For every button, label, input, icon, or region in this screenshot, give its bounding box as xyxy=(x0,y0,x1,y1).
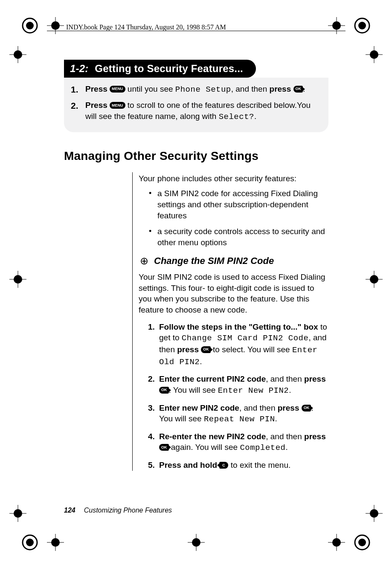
intro-paragraph: Your phone includes other security featu… xyxy=(139,173,328,184)
item-body: Follow the steps in the "Getting to..." … xyxy=(159,322,328,368)
list-item: 3. Enter new PIN2 code, and then press O… xyxy=(148,403,328,425)
item-body: Re-enter the new PIN2 code, and then pre… xyxy=(159,431,328,454)
item-number: 2. xyxy=(148,374,159,396)
item-number: 1. xyxy=(148,322,159,368)
ok-key-icon: OK xyxy=(293,86,303,93)
bold-text: Follow the steps in the "Getting to..." … xyxy=(159,322,318,331)
svg-point-27 xyxy=(370,509,378,518)
feature-bullets: a SIM PIN2 code for accessing Fixed Dial… xyxy=(147,188,328,248)
page: INDY.book Page 124 Thursday, August 20, … xyxy=(0,0,392,568)
reg-mark-top-left-outer xyxy=(21,17,38,34)
press-bold: press xyxy=(177,345,199,354)
menu-key-icon: MENU xyxy=(110,102,125,109)
ok-key-icon: OK xyxy=(201,346,211,353)
menu-key-icon: MENU xyxy=(110,86,125,93)
list-item: 2. Enter the current PIN2 code, and then… xyxy=(148,374,328,396)
bold-text: Enter the current PIN2 code xyxy=(159,374,266,383)
step-body: Press MENU until you see Phone Setup, an… xyxy=(85,84,320,96)
svg-point-1 xyxy=(26,22,34,29)
subheading-change-pin2: ⊕ Change the SIM PIN2 Code xyxy=(139,255,328,267)
step-2: 2. Press MENU to scroll to one of the fe… xyxy=(71,100,320,122)
text: . xyxy=(286,443,288,452)
lcd-text: Completed xyxy=(240,443,285,452)
text: to select. You will see xyxy=(211,345,292,354)
reg-mark-bottom-center xyxy=(188,534,205,551)
step-1: 1. Press MENU until you see Phone Setup,… xyxy=(71,84,320,96)
press-bold: press xyxy=(304,432,326,441)
bullet-item: a SIM PIN2 code for accessing Fixed Dial… xyxy=(147,188,328,221)
list-item: 5. Press and hold C to exit the menu. xyxy=(148,460,328,471)
text: , and then xyxy=(239,403,278,412)
text: again. You will see xyxy=(169,443,240,452)
lcd-text: Phone Setup xyxy=(175,85,231,94)
reg-mark-bottom-left-inner xyxy=(47,534,64,551)
c-key-icon: C xyxy=(219,462,228,469)
subheading-text: Change the SIM PIN2 Code xyxy=(154,255,274,267)
press-bold: Press xyxy=(85,84,107,93)
bold-text: Re-enter the new PIN2 code xyxy=(159,432,266,441)
svg-point-40 xyxy=(332,538,341,547)
reg-mark-bottom-right-inner xyxy=(328,534,345,551)
ok-key-icon: OK xyxy=(159,387,169,394)
press-bold: press xyxy=(304,374,326,383)
text: , and then xyxy=(266,374,304,383)
step-number: 2. xyxy=(71,100,85,122)
item-body: Enter new PIN2 code, and then press OK. … xyxy=(159,403,328,425)
lcd-text: Repeat New PIN xyxy=(204,414,275,424)
text: to exit the menu. xyxy=(228,461,290,469)
reg-mark-top-right-outer xyxy=(354,17,371,34)
svg-point-37 xyxy=(358,539,366,546)
ok-key-icon: OK xyxy=(159,444,169,451)
press-bold: Press xyxy=(85,101,107,110)
ok-key-icon: OK xyxy=(302,405,311,412)
text: , and then xyxy=(231,84,270,93)
numbered-steps: 1. Follow the steps in the "Getting to..… xyxy=(148,322,328,471)
svg-point-12 xyxy=(14,50,22,59)
footer-title: Customizing Phone Features xyxy=(84,507,172,514)
reg-mark-top-left-inner xyxy=(47,17,64,34)
getting-to-box: 1. Press MENU until you see Phone Setup,… xyxy=(64,78,328,132)
lcd-text: Select? xyxy=(219,112,254,122)
svg-point-9 xyxy=(332,21,341,30)
step-number: 1. xyxy=(71,84,85,96)
bold-text: Press and hold xyxy=(159,461,217,469)
svg-point-18 xyxy=(14,275,22,284)
reg-mark-right-upper xyxy=(366,46,383,63)
list-item: 1. Follow the steps in the "Getting to..… xyxy=(148,322,328,368)
reg-mark-top-right-inner xyxy=(328,17,345,34)
header-note: INDY.book Page 124 Thursday, August 20, … xyxy=(66,23,226,31)
item-body: Enter the current PIN2 code, and then pr… xyxy=(159,374,328,396)
page-number: 124 xyxy=(64,507,75,514)
page-footer: 124 Customizing Phone Features xyxy=(64,507,172,514)
lcd-text: Change SIM Card PIN2 Code xyxy=(182,333,309,343)
text: . xyxy=(275,414,277,423)
reg-mark-left-upper xyxy=(9,46,26,63)
svg-point-21 xyxy=(370,275,378,284)
text: . You will see xyxy=(169,385,218,394)
list-item: 4. Re-enter the new PIN2 code, and then … xyxy=(148,431,328,454)
press-bold: press xyxy=(278,403,299,412)
lcd-text: Enter New PIN2 xyxy=(218,386,289,395)
content-area: 1-2: Getting to Security Features... 1. … xyxy=(64,60,328,477)
svg-point-15 xyxy=(370,50,378,59)
press-bold: press xyxy=(270,84,291,93)
section-title: Getting to Security Features... xyxy=(95,63,243,74)
indented-body: Your phone includes other security featu… xyxy=(132,172,328,471)
svg-point-4 xyxy=(51,21,60,30)
item-number: 3. xyxy=(148,403,159,425)
svg-point-29 xyxy=(26,539,34,546)
reg-mark-left-lower xyxy=(9,505,26,522)
item-number: 4. xyxy=(148,431,159,454)
text: . xyxy=(200,357,202,366)
reg-mark-bottom-right-outer xyxy=(354,534,371,551)
section-header: 1-2: Getting to Security Features... xyxy=(64,60,256,78)
text: until you see xyxy=(125,84,175,93)
text: , and then xyxy=(266,432,304,441)
globe-icon: ⊕ xyxy=(139,255,150,267)
reg-mark-right-lower xyxy=(366,505,383,522)
reg-mark-bottom-left-outer xyxy=(21,534,38,551)
section-number: 1-2: xyxy=(70,63,88,74)
step-body: Press MENU to scroll to one of the featu… xyxy=(85,100,320,122)
svg-point-32 xyxy=(51,538,60,547)
reg-mark-left-mid xyxy=(9,271,26,288)
